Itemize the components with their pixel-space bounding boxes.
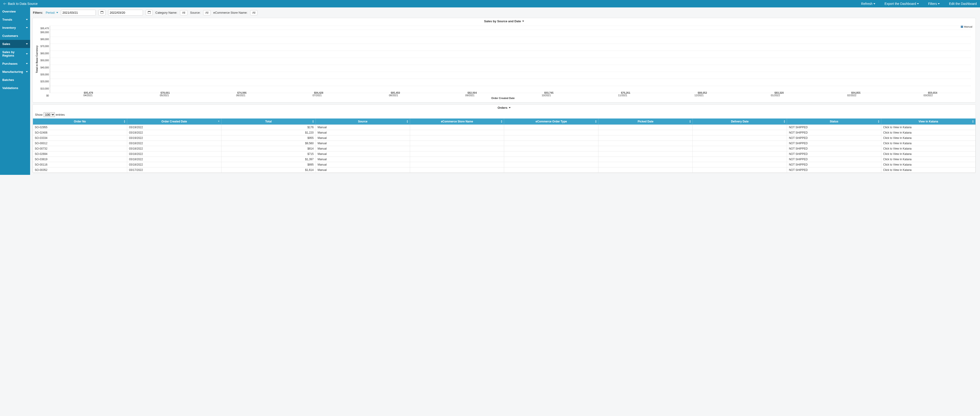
- back-to-data-source-link[interactable]: 🡠 Back to Data Source: [3, 2, 38, 6]
- edit-dashboard-link[interactable]: Edit the Dashboard: [949, 2, 977, 6]
- sidebar-item-label: Validations: [2, 86, 18, 90]
- column-header-label: Order No: [74, 120, 86, 123]
- cell[interactable]: Click to View in Katana: [881, 167, 975, 173]
- column-header-delivery-date[interactable]: Delivery Date▲▼: [693, 118, 787, 125]
- sidebar-item-label: Overview: [2, 10, 16, 13]
- chevron-down-icon: [522, 21, 524, 22]
- period-dropdown[interactable]: Period:: [46, 11, 58, 14]
- cell: SO-02406: [33, 130, 127, 135]
- column-header-ecommerce-store-name[interactable]: eCommerce Store Name▲▼: [410, 118, 504, 125]
- cell[interactable]: Click to View in Katana: [881, 125, 975, 130]
- cell: Manual: [315, 130, 410, 135]
- cell: [598, 125, 693, 130]
- cell: $814: [221, 146, 315, 151]
- sidebar-item-trends[interactable]: Trends: [0, 16, 30, 24]
- back-label: Back to Data Source: [8, 2, 38, 6]
- table-row: SO-0001203/18/2022$9,560ManualNOT SHIPPE…: [33, 141, 975, 146]
- column-header-view-in-katana[interactable]: View in Katana▲▼: [881, 118, 975, 125]
- sort-icon: ▲▼: [124, 120, 126, 123]
- cell[interactable]: Click to View in Katana: [881, 157, 975, 162]
- date-to-input[interactable]: [108, 10, 143, 16]
- column-header-source[interactable]: Source▲▼: [315, 118, 410, 125]
- column-header-order-no[interactable]: Order No▲▼: [33, 118, 127, 125]
- filters-label: Filters: [928, 2, 937, 6]
- sales-chart-panel: Sales by Source and Date Manual Total in…: [32, 18, 976, 102]
- x-axis-label: Order Created Date: [35, 97, 971, 101]
- sidebar-item-batches[interactable]: Batches: [0, 76, 30, 84]
- table-row: SO-0240603/19/2022$1,220ManualNOT SHIPPE…: [33, 130, 975, 135]
- cell: [504, 146, 598, 151]
- y-tick: $70,000: [41, 45, 49, 48]
- y-tick: $50,000: [41, 59, 49, 62]
- cell: [598, 130, 693, 135]
- calendar-from-button[interactable]: [99, 10, 105, 16]
- filters-bar: Filters: Period: Category Name: All Sour…: [30, 7, 978, 18]
- cell[interactable]: Click to View in Katana: [881, 141, 975, 146]
- column-header-picked-date[interactable]: Picked Date▲▼: [598, 118, 693, 125]
- source-filter[interactable]: All: [203, 10, 210, 15]
- export-dropdown[interactable]: Export the Dashboard: [885, 2, 919, 6]
- sidebar-item-validations[interactable]: Validations: [0, 84, 30, 92]
- cell: [598, 157, 693, 162]
- cell: [504, 135, 598, 141]
- cell: [598, 167, 693, 173]
- cell[interactable]: Click to View in Katana: [881, 151, 975, 157]
- sidebar-item-overview[interactable]: Overview: [0, 7, 30, 16]
- sidebar-item-sales[interactable]: Sales: [0, 40, 30, 48]
- column-header-total[interactable]: Total▲▼: [221, 118, 315, 125]
- sort-icon: ▲▼: [595, 120, 597, 123]
- sidebar-item-inventory[interactable]: Inventory: [0, 24, 30, 32]
- cell: NOT SHIPPED: [787, 135, 881, 141]
- sidebar-item-sales-by-regions[interactable]: Sales by Regions: [0, 48, 30, 60]
- column-header-ecommerce-order-type[interactable]: eCommerce Order Type▲▼: [504, 118, 598, 125]
- entries-select[interactable]: 100: [43, 112, 55, 117]
- column-header-order-created-date[interactable]: Order Created Date▼: [127, 118, 221, 125]
- y-tick: $0: [46, 94, 49, 97]
- cell[interactable]: Click to View in Katana: [881, 146, 975, 151]
- cell[interactable]: Click to View in Katana: [881, 162, 975, 167]
- column-header-label: Order Created Date: [161, 120, 187, 123]
- cell: [693, 146, 787, 151]
- column-header-label: Total: [265, 120, 272, 123]
- cell: NOT SHIPPED: [787, 167, 881, 173]
- refresh-dropdown[interactable]: Refresh: [861, 2, 875, 6]
- sidebar-item-customers[interactable]: Customers: [0, 32, 30, 40]
- chevron-down-icon: [26, 63, 28, 64]
- calendar-to-button[interactable]: [146, 10, 153, 16]
- cell: Manual: [315, 135, 410, 141]
- cell: [410, 135, 504, 141]
- y-tick: $90,000: [41, 31, 49, 33]
- cell: [504, 130, 598, 135]
- orders-title-dropdown[interactable]: Orders: [33, 105, 975, 111]
- chart-title-dropdown[interactable]: Sales by Source and Date: [33, 18, 975, 24]
- cell: 03/19/2022: [127, 125, 221, 130]
- cell: 03/19/2022: [127, 130, 221, 135]
- gridline: [50, 37, 971, 37]
- cell[interactable]: Click to View in Katana: [881, 130, 975, 135]
- cell: SO-02694: [33, 151, 127, 157]
- y-tick: $30,000: [41, 73, 49, 76]
- y-tick: $20,000: [41, 80, 49, 83]
- cell: [693, 157, 787, 162]
- column-header-status[interactable]: Status▲▼: [787, 118, 881, 125]
- gridline: [50, 86, 971, 86]
- cell: Manual: [315, 146, 410, 151]
- cell: [504, 141, 598, 146]
- gridline: [50, 30, 971, 30]
- cell: SO-00116: [33, 162, 127, 167]
- column-header-label: Picked Date: [638, 120, 653, 123]
- filters-dropdown[interactable]: Filters: [928, 2, 940, 6]
- sidebar-item-purchases[interactable]: Purchases: [0, 60, 30, 68]
- store-name-filter[interactable]: All: [250, 10, 258, 15]
- date-from-input[interactable]: [61, 10, 96, 16]
- column-header-label: Delivery Date: [731, 120, 749, 123]
- sidebar-item-manufacturing[interactable]: Manufacturing: [0, 68, 30, 76]
- topbar: 🡠 Back to Data Source Refresh Export the…: [0, 0, 980, 7]
- calendar-icon: [148, 11, 151, 14]
- table-row: SO-0333403/19/2022$955ManualNOT SHIPPEDC…: [33, 135, 975, 141]
- column-header-label: View in Katana: [919, 120, 938, 123]
- orders-panel: Orders Show 100 entries Order No▲▼Order …: [32, 104, 976, 173]
- category-name-filter[interactable]: All: [180, 10, 187, 15]
- cell: [504, 125, 598, 130]
- cell[interactable]: Click to View in Katana: [881, 135, 975, 141]
